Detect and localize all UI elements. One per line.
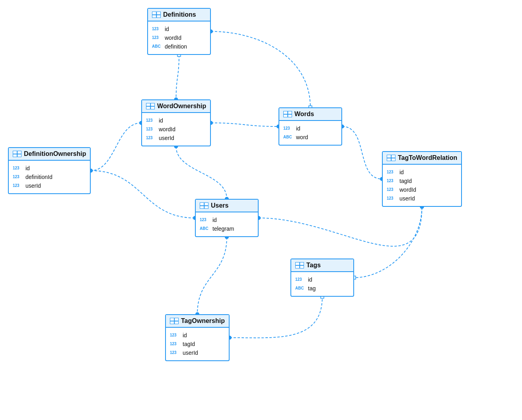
field-name: telegram	[212, 226, 234, 232]
field-type: 123	[170, 333, 180, 337]
field-type: 123	[13, 175, 23, 179]
field-row: ABCdefinition	[152, 42, 206, 51]
field-row: 123tagId	[387, 177, 457, 185]
field-name: tagId	[399, 178, 412, 184]
table-body-wordOwnership: 123id123wordId123userId	[142, 113, 210, 146]
field-name: id	[296, 125, 300, 132]
table-icon-tags	[295, 262, 304, 268]
field-name: id	[159, 117, 163, 124]
table-body-tags: 123idABCtag	[291, 272, 353, 296]
table-header-words: Words	[279, 108, 341, 121]
table-icon-tagToWordRelation	[387, 155, 395, 161]
field-row: 123userId	[13, 181, 86, 190]
field-row: 123id	[170, 331, 225, 340]
field-name: userId	[399, 195, 415, 202]
field-name: tagId	[183, 341, 195, 347]
field-row: 123wordId	[387, 185, 457, 194]
connections-svg	[0, 0, 522, 420]
field-name: wordId	[399, 187, 416, 193]
field-type: 123	[387, 179, 397, 183]
field-row: 123wordId	[152, 33, 206, 42]
field-row: 123wordId	[146, 125, 206, 134]
field-type: 123	[13, 184, 23, 188]
field-name: definition	[165, 43, 187, 50]
field-type: 123	[170, 351, 180, 355]
table-body-users: 123idABCtelegram	[196, 212, 258, 236]
field-type: 123	[387, 188, 397, 192]
table-icon-tagOwnership	[170, 318, 179, 324]
table-wordOwnership[interactable]: WordOwnership123id123wordId123userId	[141, 99, 211, 146]
field-type: 123	[146, 119, 156, 122]
field-name: id	[308, 276, 312, 283]
table-icon-definitions	[152, 12, 161, 18]
table-icon-definitionOwnership	[13, 151, 21, 157]
field-row: 123id	[200, 216, 254, 224]
field-name: userId	[183, 350, 198, 356]
table-header-tagOwnership: TagOwnership	[166, 315, 229, 328]
table-header-definitions: Definitions	[148, 9, 210, 21]
field-name: id	[212, 217, 217, 223]
field-row: 123id	[146, 116, 206, 125]
field-type: ABC	[295, 286, 306, 290]
field-type: 123	[152, 27, 162, 31]
table-body-definitions: 123id123wordIdABCdefinition	[148, 21, 210, 54]
table-tagOwnership[interactable]: TagOwnership123id123tagId123userId	[165, 314, 230, 361]
field-type: 123	[13, 166, 23, 170]
table-name-tags: Tags	[306, 262, 321, 269]
field-row: ABCtelegram	[200, 224, 254, 233]
table-definitionOwnership[interactable]: DefinitionOwnership123id123definitionId1…	[8, 147, 91, 194]
field-type: 123	[146, 127, 156, 131]
table-name-users: Users	[211, 202, 228, 209]
field-name: id	[165, 26, 169, 32]
table-name-definitions: Definitions	[163, 11, 196, 18]
field-row: 123tagId	[170, 340, 225, 348]
field-type: 123	[146, 136, 156, 140]
field-name: userId	[159, 135, 174, 141]
diagram-container: Definitions123id123wordIdABCdefinitionWo…	[0, 0, 522, 420]
field-name: wordId	[159, 126, 175, 132]
field-row: ABCtag	[295, 284, 349, 293]
field-row: 123userId	[170, 348, 225, 357]
field-row: 123userId	[146, 134, 206, 142]
field-type: ABC	[200, 227, 210, 231]
table-name-words: Words	[294, 111, 314, 118]
field-row: 123id	[152, 25, 206, 33]
field-type: ABC	[283, 135, 294, 139]
table-name-wordOwnership: WordOwnership	[157, 103, 206, 110]
field-row: ABCword	[283, 133, 337, 142]
table-header-wordOwnership: WordOwnership	[142, 100, 210, 113]
field-name: word	[296, 134, 308, 140]
table-tagToWordRelation[interactable]: TagToWordRelation123id123tagId123wordId1…	[382, 151, 462, 207]
field-type: ABC	[152, 45, 162, 49]
table-header-definitionOwnership: DefinitionOwnership	[9, 148, 90, 161]
table-name-tagOwnership: TagOwnership	[181, 317, 225, 325]
table-header-users: Users	[196, 200, 258, 212]
field-name: id	[399, 169, 404, 175]
table-users[interactable]: Users123idABCtelegram	[195, 199, 259, 237]
field-name: tag	[308, 285, 316, 292]
field-row: 123id	[387, 168, 457, 177]
table-body-words: 123idABCword	[279, 121, 341, 145]
field-type: 123	[387, 170, 397, 174]
field-row: 123userId	[387, 194, 457, 203]
field-type: 123	[295, 278, 306, 282]
field-name: wordId	[165, 35, 181, 41]
table-definitions[interactable]: Definitions123id123wordIdABCdefinition	[147, 8, 211, 55]
field-type: 123	[283, 126, 294, 130]
table-name-tagToWordRelation: TagToWordRelation	[398, 154, 457, 161]
table-header-tags: Tags	[291, 259, 353, 272]
table-header-tagToWordRelation: TagToWordRelation	[383, 152, 461, 165]
table-name-definitionOwnership: DefinitionOwnership	[24, 150, 86, 158]
table-words[interactable]: Words123idABCword	[279, 107, 342, 146]
field-name: definitionId	[25, 174, 53, 180]
field-name: id	[183, 332, 187, 338]
table-icon-wordOwnership	[146, 103, 155, 109]
table-icon-users	[200, 202, 208, 209]
table-tags[interactable]: Tags123idABCtag	[290, 259, 354, 297]
table-icon-words	[283, 111, 292, 117]
field-row: 123definitionId	[13, 173, 86, 181]
field-row: 123id	[13, 164, 86, 173]
field-row: 123id	[283, 124, 337, 133]
field-type: 123	[170, 342, 180, 346]
field-type: 123	[387, 196, 397, 200]
